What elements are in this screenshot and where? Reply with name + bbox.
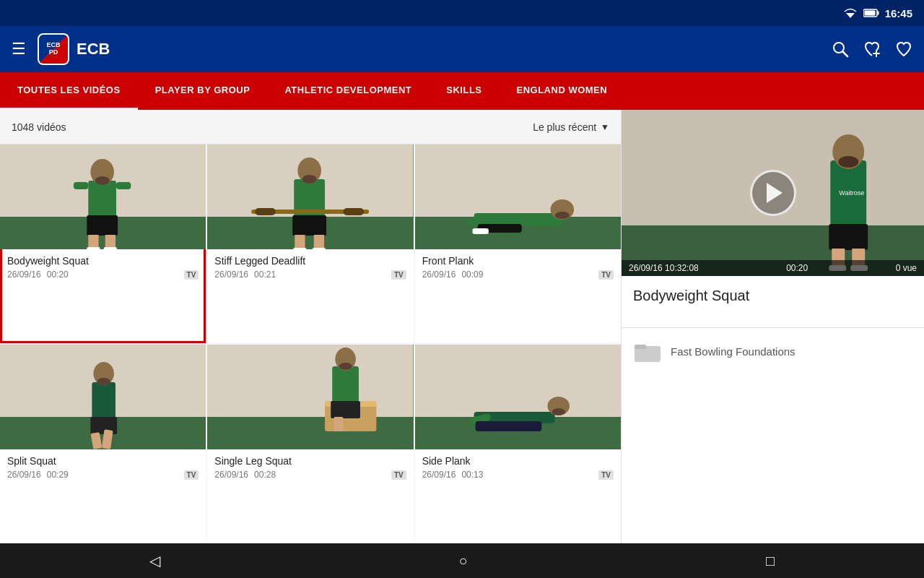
svg-point-69	[838, 156, 858, 168]
video-meta-0: 26/09/16 00:20 TV	[7, 269, 199, 280]
add-favorite-button[interactable]	[863, 40, 881, 58]
video-title-4: Single Leg Squat	[214, 455, 406, 467]
preview-duration: 00:20	[786, 263, 808, 273]
svg-marker-0	[846, 13, 855, 18]
playlist-name: Fast Bowling Foundations	[671, 345, 796, 358]
tab-player-by-group[interactable]: PLAYER BY GROUP	[138, 72, 268, 110]
video-meta-5: 26/09/16 00:13 TV	[422, 470, 614, 480]
svg-rect-33	[415, 144, 621, 217]
home-button[interactable]: ○	[458, 553, 467, 569]
video-meta-2: 26/09/16 00:09 TV	[422, 269, 614, 280]
video-title-0: Bodyweight Squat	[7, 255, 199, 267]
svg-rect-40	[472, 228, 488, 234]
thumbnail-4	[207, 345, 413, 449]
video-card-3[interactable]: Split Squat 26/09/16 00:29 TV	[0, 345, 206, 543]
right-panel: Waitrose 26/09/16 10:32:08 00:20 0 vue B…	[621, 110, 924, 543]
video-date-4: 26/09/16	[214, 470, 248, 480]
menu-button[interactable]: ☰	[12, 40, 26, 59]
video-card-4[interactable]: Single Leg Squat 26/09/16 00:28 TV	[207, 345, 413, 543]
filter-bar: 1048 vidéos Le plus récent ▼	[0, 110, 621, 144]
svg-rect-16	[87, 247, 100, 249]
svg-point-62	[552, 408, 565, 415]
video-info-5: Side Plank 26/09/16 00:13 TV	[415, 449, 621, 486]
preview-meta: 26/09/16 10:32:08 00:20 0 vue	[622, 260, 924, 276]
thumbnail-2	[415, 144, 621, 249]
svg-text:Waitrose: Waitrose	[839, 189, 864, 197]
sort-dropdown[interactable]: Le plus récent ▼	[533, 121, 609, 133]
video-card-5[interactable]: Side Plank 26/09/16 00:13 TV	[415, 345, 621, 543]
svg-rect-64	[475, 421, 541, 431]
folder-icon	[633, 337, 662, 366]
heart-icon	[895, 40, 912, 58]
search-button[interactable]	[832, 40, 849, 58]
svg-rect-56	[331, 401, 361, 418]
search-icon	[832, 40, 849, 58]
playlist-item[interactable]: Fast Bowling Foundations	[622, 327, 924, 374]
video-preview[interactable]: Waitrose 26/09/16 10:32:08 00:20 0 vue	[622, 110, 924, 276]
svg-rect-53	[333, 366, 359, 402]
status-bar: 16:45	[0, 0, 924, 26]
thumbnail-scene-0	[0, 144, 206, 249]
play-button[interactable]	[750, 170, 796, 216]
video-duration-2: 00:09	[461, 269, 483, 280]
svg-rect-57	[334, 417, 344, 431]
sort-label: Le plus récent	[533, 121, 596, 133]
svg-rect-2	[877, 12, 879, 15]
svg-rect-3	[864, 11, 875, 16]
thumbnail-0	[0, 144, 206, 249]
video-title-5: Side Plank	[422, 455, 614, 467]
svg-rect-27	[314, 235, 324, 249]
video-duration-4: 00:28	[254, 470, 276, 480]
svg-rect-50	[207, 417, 413, 449]
video-grid: Bodyweight Squat 26/09/16 00:20 TV	[0, 144, 621, 543]
svg-point-45	[97, 378, 110, 385]
preview-info: Bodyweight Squat	[622, 276, 924, 327]
tv-badge-4: TV	[391, 470, 406, 480]
thumbnail-scene-1	[207, 144, 413, 249]
top-bar-icons	[832, 40, 912, 58]
video-date-1: 26/09/16	[214, 269, 248, 280]
thumbnail-3	[0, 345, 206, 449]
thumbnail-scene-2	[415, 144, 621, 249]
video-meta-4: 26/09/16 00:28 TV	[214, 470, 406, 480]
tab-athletic-development[interactable]: ATHLETIC DEVELOPMENT	[267, 72, 429, 110]
tab-skills[interactable]: SKILLS	[429, 72, 499, 110]
svg-rect-29	[313, 248, 326, 249]
recent-apps-button[interactable]: □	[766, 553, 775, 569]
video-date-0: 26/09/16	[7, 269, 41, 280]
favorites-button[interactable]	[895, 40, 912, 58]
video-title-1: Stiff Legged Deadlift	[214, 255, 406, 267]
wifi-icon	[843, 8, 858, 18]
video-count: 1048 vidéos	[12, 121, 66, 133]
svg-rect-17	[104, 247, 117, 249]
back-button[interactable]: ◁	[149, 552, 160, 569]
video-info-0: Bodyweight Squat 26/09/16 00:20 TV	[0, 249, 206, 285]
tv-badge-3: TV	[184, 470, 199, 480]
video-duration-5: 00:13	[461, 470, 483, 480]
video-card-2[interactable]: Front Plank 26/09/16 00:09 TV	[415, 144, 621, 343]
video-info-3: Split Squat 26/09/16 00:29 TV	[0, 449, 206, 486]
svg-point-37	[554, 212, 569, 219]
tv-badge-0: TV	[184, 270, 199, 280]
video-title-2: Front Plank	[422, 255, 614, 267]
tab-all-videos[interactable]: TOUTES LES VIDÉOS	[0, 72, 138, 110]
bottom-nav: ◁ ○ □	[0, 543, 924, 578]
video-duration-0: 00:20	[47, 269, 69, 280]
preview-title: Bodyweight Squat	[633, 288, 912, 304]
main-content: 1048 vidéos Le plus récent ▼	[0, 110, 924, 543]
svg-rect-25	[293, 215, 327, 236]
thumbnail-scene-3	[0, 345, 206, 449]
tv-badge-5: TV	[598, 470, 614, 480]
status-icons: 16:45	[843, 7, 912, 20]
thumbnail-1	[207, 144, 413, 249]
thumbnail-scene-4	[207, 345, 413, 449]
tab-england-women[interactable]: ENGLAND WOMEN	[500, 72, 625, 110]
video-card-0[interactable]: Bodyweight Squat 26/09/16 00:20 TV	[0, 144, 206, 343]
svg-rect-32	[344, 208, 365, 215]
video-card-1[interactable]: Stiff Legged Deadlift 26/09/16 00:21 TV	[207, 144, 413, 343]
video-meta-1: 26/09/16 00:21 TV	[214, 269, 406, 280]
video-date-2: 26/09/16	[422, 269, 456, 280]
top-bar: ☰ ECBPD ECB	[0, 26, 924, 72]
svg-point-24	[302, 175, 317, 184]
folder-svg-icon	[635, 340, 661, 362]
